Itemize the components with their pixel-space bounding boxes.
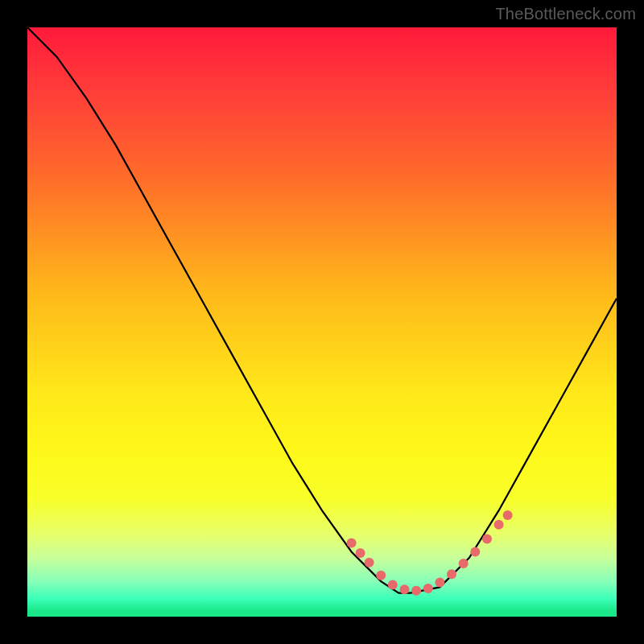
- chart-svg: [27, 27, 617, 617]
- data-marker: [503, 510, 513, 520]
- data-marker: [423, 584, 433, 593]
- data-marker: [365, 558, 374, 568]
- data-marker: [494, 520, 504, 530]
- data-marker: [356, 548, 365, 558]
- data-marker: [376, 571, 386, 580]
- data-marker: [470, 547, 480, 557]
- data-marker: [388, 580, 398, 590]
- data-markers: [347, 510, 513, 596]
- data-marker: [482, 534, 492, 543]
- data-marker: [435, 578, 444, 588]
- data-marker: [400, 584, 410, 594]
- data-marker: [459, 559, 469, 568]
- curve-line: [27, 27, 617, 593]
- data-marker: [347, 539, 357, 548]
- data-marker: [447, 569, 456, 579]
- data-marker: [411, 586, 421, 596]
- chart-container: TheBottleneck.com: [0, 0, 644, 644]
- watermark-text: TheBottleneck.com: [495, 5, 636, 23]
- plot-area: [27, 27, 617, 617]
